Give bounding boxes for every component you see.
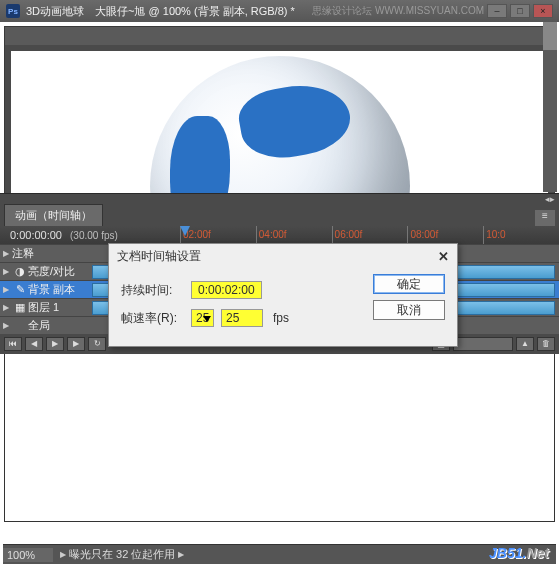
next-frame-button[interactable]: ▶	[67, 337, 85, 351]
duration-label: 持续时间:	[121, 282, 191, 299]
loop-button[interactable]: ↻	[88, 337, 106, 351]
ruler-marks[interactable]: 02:00f 04:00f 06:00f 08:00f 10:0	[180, 226, 559, 244]
status-bar: 100% ▶ 曝光只在 32 位起作用 ▶	[3, 544, 556, 564]
dialog-title-text: 文档时间轴设置	[117, 248, 201, 265]
duration-input[interactable]: 0:00:02:00	[191, 281, 262, 299]
panel-tab-strip: 动画（时间轴） ≡	[0, 204, 559, 226]
close-button[interactable]: ×	[533, 4, 553, 18]
minimize-button[interactable]: –	[487, 4, 507, 18]
ruler-tick: 06:00f	[332, 226, 408, 244]
panel-grip[interactable]: ◂▸	[0, 194, 559, 204]
statusbar-chevron-icon[interactable]: ▶	[175, 550, 187, 559]
dialog-titlebar[interactable]: 文档时间轴设置 ✕	[109, 244, 457, 268]
fps-unit-label: fps	[273, 311, 289, 325]
maximize-button[interactable]: □	[510, 4, 530, 18]
dialog-body: 持续时间: 0:00:02:00 帧速率(R): 25 25 fps 确定 取消	[109, 268, 457, 346]
zoom-field[interactable]: 100%	[3, 548, 53, 562]
canvas-bottom[interactable]	[4, 352, 555, 522]
tab-animation-timeline[interactable]: 动画（时间轴）	[4, 204, 103, 226]
ok-button[interactable]: 确定	[373, 274, 445, 294]
playhead[interactable]	[180, 226, 190, 244]
trash-button[interactable]: 🗑	[537, 337, 555, 351]
brush-icon[interactable]: ✎	[12, 283, 28, 296]
framerate-label: 帧速率(R):	[121, 310, 191, 327]
disclosure-icon[interactable]: ▶	[0, 267, 12, 276]
window-titlebar: Ps 3D动画地球 大眼仔~旭 @ 100% (背景 副本, RGB/8) * …	[0, 0, 559, 22]
zoom-in-button[interactable]: ▲	[516, 337, 534, 351]
layer-label: 亮度/对比	[28, 264, 88, 279]
layer-label: 图层 1	[28, 300, 88, 315]
disclosure-icon[interactable]: ▶	[0, 249, 12, 258]
current-time[interactable]: 0:00:00:00	[10, 229, 62, 241]
framerate-select[interactable]: 25	[191, 309, 214, 327]
vertical-scrollbar[interactable]	[543, 22, 557, 192]
time-display: 0:00:00:00 (30.00 fps)	[0, 229, 180, 241]
watermark-text: 思缘设计论坛 WWW.MISSYUAN.COM	[312, 4, 484, 18]
document-tab-strip	[5, 27, 554, 45]
layer-label: 注释	[12, 246, 72, 261]
play-button[interactable]: ▶	[46, 337, 64, 351]
fps-label: (30.00 fps)	[70, 230, 118, 241]
visibility-icon[interactable]: ◑	[12, 265, 28, 278]
layer-label: 全局	[28, 318, 88, 333]
framerate-input[interactable]: 25	[221, 309, 263, 327]
ruler-tick: 04:00f	[256, 226, 332, 244]
time-ruler[interactable]: 0:00:00:00 (30.00 fps) 02:00f 04:00f 06:…	[0, 226, 559, 244]
window-title: 3D动画地球 大眼仔~旭 @ 100% (背景 副本, RGB/8) *	[26, 4, 295, 19]
disclosure-icon[interactable]: ▶	[0, 321, 12, 330]
ruler-tick: 10:0	[483, 226, 559, 244]
site-watermark: JB51.Net	[489, 545, 549, 561]
panel-menu-button[interactable]: ≡	[535, 210, 555, 226]
continent-shape	[234, 77, 354, 165]
disclosure-icon[interactable]: ▶	[0, 285, 12, 294]
layer-icon[interactable]: ▦	[12, 301, 28, 314]
zoom-slider[interactable]	[453, 337, 513, 351]
disclosure-icon[interactable]: ▶	[0, 303, 12, 312]
layer-label: 背景 副本	[28, 282, 88, 297]
lower-area	[0, 348, 559, 526]
cancel-button[interactable]: 取消	[373, 300, 445, 320]
dialog-close-button[interactable]: ✕	[438, 249, 449, 264]
ruler-tick: 08:00f	[407, 226, 483, 244]
rewind-button[interactable]: ⏮	[4, 337, 22, 351]
statusbar-menu-icon[interactable]: ▶	[57, 550, 69, 559]
app-icon: Ps	[6, 4, 20, 18]
prev-frame-button[interactable]: ◀	[25, 337, 43, 351]
status-info: 曝光只在 32 位起作用	[69, 547, 175, 562]
ruler-tick: 02:00f	[180, 226, 256, 244]
timeline-settings-dialog: 文档时间轴设置 ✕ 持续时间: 0:00:02:00 帧速率(R): 25 25…	[108, 243, 458, 347]
